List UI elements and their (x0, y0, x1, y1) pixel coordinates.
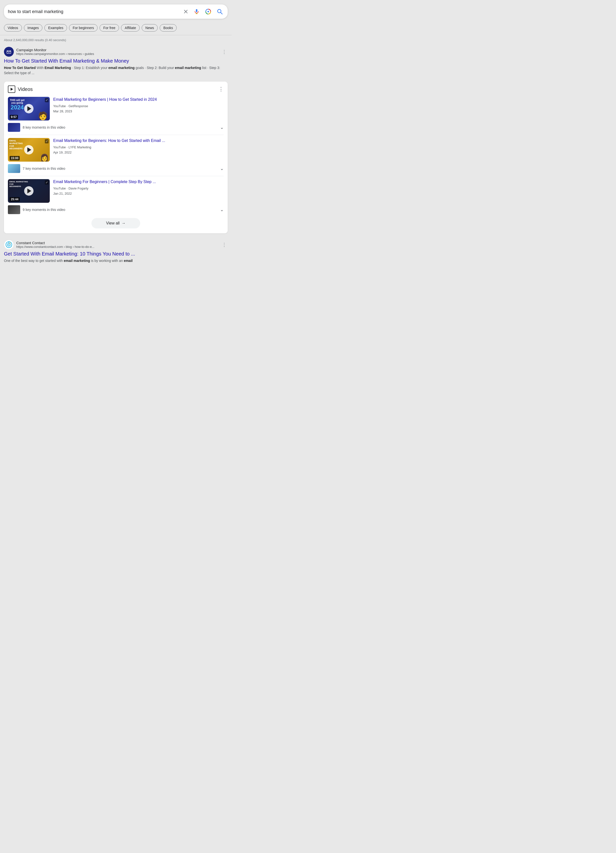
constant-contact-icon (4, 240, 14, 250)
videos-header: Videos ⋮ (8, 85, 224, 93)
result-source-1: Campaign Monitor https://www.campaignmon… (4, 47, 228, 57)
result-snippet-2: One of the best way to get started with … (4, 258, 228, 263)
search-result-2: Constant Contact https://www.constantcon… (0, 236, 232, 266)
platform-2: YouTube (53, 146, 66, 149)
key-moments-row-3: 9 key moments in this video ⌄ (8, 205, 224, 214)
chip-images[interactable]: Images (24, 24, 42, 32)
video-info-2: Email Marketing for Beginners: How to Ge… (53, 138, 224, 155)
videos-more-button[interactable]: ⋮ (218, 86, 224, 93)
site-url-2: https://www.constantcontact.com › blog ›… (16, 245, 218, 249)
search-icons (182, 8, 224, 16)
video-duration-2: 15:00 (10, 156, 20, 160)
video-meta-1: YouTube · GetResponse Mar 28, 2023 (53, 104, 224, 114)
separator-3: · (67, 187, 68, 190)
video-title-2[interactable]: Email Marketing for Beginners: How to Ge… (53, 138, 224, 143)
lens-button[interactable] (204, 8, 212, 16)
video-duration-1: 9:57 (10, 115, 18, 119)
search-result-1: Campaign Monitor https://www.campaignmon… (0, 44, 232, 79)
site-name-2: Constant Contact (16, 241, 218, 245)
arrow-right-icon: → (121, 221, 125, 225)
key-moments-text-2: 7 key moments in this video (23, 167, 218, 170)
chip-affiliate[interactable]: Affiliate (121, 24, 140, 32)
video-title-1[interactable]: Email Marketing for Beginners | How to G… (53, 97, 224, 102)
thumb-text-overlay-1: THIS will getyou going2024 (10, 99, 24, 111)
mic-button[interactable] (193, 8, 200, 15)
site-url-1: https://www.campaignmonitor.com › resour… (16, 52, 218, 56)
result-more-button-2[interactable]: ⋮ (221, 241, 228, 249)
thumb-person-2: 👩 (40, 153, 49, 162)
video-item-1: THIS will getyou going2024 🧑 ⤢ 9:57 Emai… (8, 97, 224, 132)
thumb-text-overlay-3: EMAIL MARKETINGFORBEGINNERS (9, 181, 28, 188)
campaign-monitor-icon (4, 47, 14, 57)
results-count: About 2,640,000,000 results (0.40 second… (0, 35, 232, 44)
svg-point-4 (208, 11, 209, 12)
key-moments-expand-3[interactable]: ⌄ (220, 207, 224, 212)
video-thumbnail-2[interactable]: EMAILMARKETINGFORBEGINNERS 👩 ⤢ 15:00 (8, 138, 50, 162)
search-button[interactable] (216, 8, 224, 15)
platform-3: YouTube (53, 187, 66, 190)
search-bar-area (0, 0, 232, 22)
video-info-3: Email Marketing For Beginners | Complete… (53, 179, 224, 196)
play-circle-2 (24, 145, 33, 155)
svg-marker-9 (11, 88, 13, 91)
site-name-1: Campaign Monitor (16, 48, 218, 52)
video-main-row-1: THIS will getyou going2024 🧑 ⤢ 9:57 Emai… (8, 97, 224, 120)
videos-card: Videos ⋮ THIS will getyou going2024 🧑 ⤢ … (4, 82, 228, 233)
view-all-button[interactable]: View all → (91, 218, 140, 228)
clear-button[interactable] (182, 8, 189, 15)
separator-1: · (67, 104, 68, 108)
key-moment-thumb-2 (8, 164, 20, 173)
video-item-3: EMAIL MARKETINGFORBEGINNERS ⤢ 25:44 Emai… (8, 179, 224, 214)
play-triangle-3 (27, 188, 31, 193)
expand-icon-2: ⤢ (45, 139, 49, 143)
channel-3: Davie Fogarty (68, 187, 88, 190)
chip-for-beginners[interactable]: For beginners (69, 24, 97, 32)
video-divider-1 (8, 135, 224, 135)
key-moments-text-1: 8 key moments in this video (23, 125, 218, 129)
video-meta-3: YouTube · Davie Fogarty Jan 21, 2022 (53, 186, 224, 196)
video-info-1: Email Marketing for Beginners | How to G… (53, 97, 224, 114)
result-title-1[interactable]: How To Get Started With Email Marketing … (4, 58, 228, 64)
chip-videos[interactable]: Videos (4, 24, 22, 32)
view-all-label: View all (106, 221, 120, 225)
thumb-text-overlay-2: EMAILMARKETINGFORBEGINNERS (9, 140, 23, 150)
channel-1: GetResponse (68, 104, 88, 108)
chip-for-free[interactable]: For free (100, 24, 119, 32)
video-duration-3: 25:44 (10, 197, 20, 202)
source-info-1: Campaign Monitor https://www.campaignmon… (16, 48, 218, 56)
video-title-3[interactable]: Email Marketing For Beginners | Complete… (53, 179, 224, 185)
key-moments-row-1: 8 key moments in this video ⌄ (8, 123, 224, 132)
result-source-2: Constant Contact https://www.constantcon… (4, 240, 228, 250)
chip-books[interactable]: Books (160, 24, 177, 32)
svg-point-12 (8, 244, 9, 245)
result-snippet-1: How To Get Started With Email Marketing … (4, 65, 228, 76)
key-moments-expand-1[interactable]: ⌄ (220, 124, 224, 130)
chip-examples[interactable]: Examples (44, 24, 67, 32)
play-triangle-1 (27, 106, 31, 111)
svg-line-6 (221, 12, 223, 14)
svg-line-14 (10, 243, 11, 244)
key-moments-expand-2[interactable]: ⌄ (220, 166, 224, 171)
search-input[interactable] (8, 9, 180, 14)
date-2: Apr 19, 2022 (53, 150, 71, 154)
thumb-person-1: 🧑 (38, 111, 48, 120)
svg-rect-2 (196, 9, 197, 12)
key-moments-row-2: 7 key moments in this video ⌄ (8, 164, 224, 173)
platform-1: YouTube (53, 104, 66, 108)
video-main-row-3: EMAIL MARKETINGFORBEGINNERS ⤢ 25:44 Emai… (8, 179, 224, 203)
separator-2: · (67, 146, 68, 149)
video-meta-2: YouTube · LYFE Marketing Apr 19, 2022 (53, 145, 224, 155)
chip-news[interactable]: News (142, 24, 158, 32)
expand-icon-1: ⤢ (45, 98, 49, 102)
search-bar (4, 5, 228, 19)
date-1: Mar 28, 2023 (53, 109, 72, 113)
view-all-container: View all → (8, 218, 224, 228)
video-main-row-2: EMAILMARKETINGFORBEGINNERS 👩 ⤢ 15:00 Ema… (8, 138, 224, 162)
result-more-button-1[interactable]: ⋮ (221, 48, 228, 56)
play-triangle-2 (27, 147, 31, 152)
play-icon-box (8, 85, 15, 93)
filter-chips: Videos Images Examples For beginners For… (0, 22, 232, 35)
result-title-2[interactable]: Get Started With Email Marketing: 10 Thi… (4, 251, 228, 257)
video-thumbnail-3[interactable]: EMAIL MARKETINGFORBEGINNERS ⤢ 25:44 (8, 179, 50, 203)
video-thumbnail-1[interactable]: THIS will getyou going2024 🧑 ⤢ 9:57 (8, 97, 50, 120)
